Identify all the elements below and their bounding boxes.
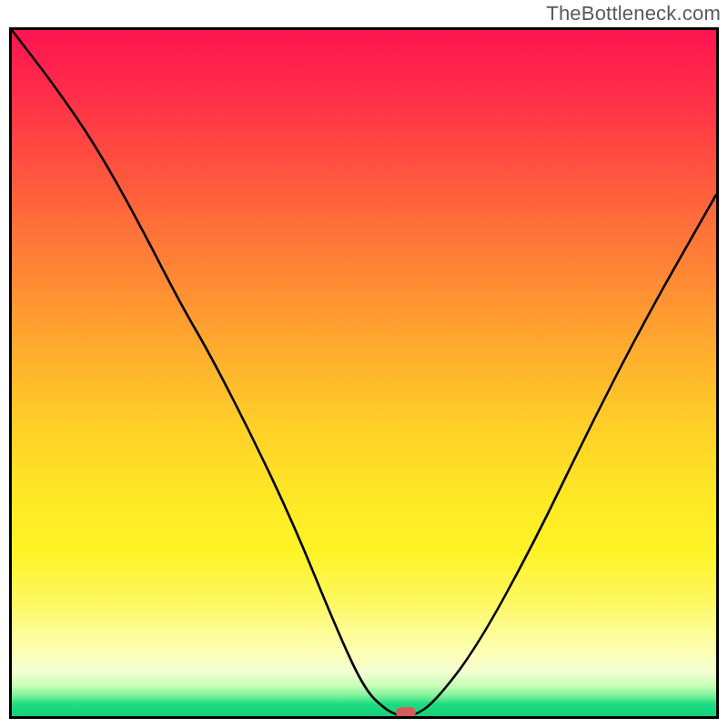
bottleneck-curve: [12, 30, 716, 716]
min-marker: [396, 707, 416, 718]
watermark-label: TheBottleneck.com: [546, 2, 721, 25]
plot-area: [9, 27, 719, 719]
chart-stage: TheBottleneck.com: [0, 0, 728, 728]
curve-path: [12, 30, 716, 716]
